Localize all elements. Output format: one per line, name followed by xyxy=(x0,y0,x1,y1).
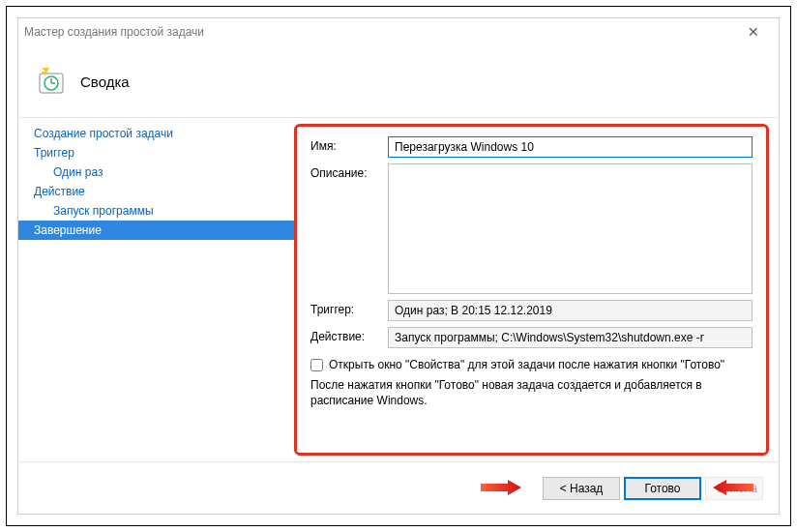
clock-task-icon xyxy=(36,66,67,97)
row-desc: Описание: xyxy=(310,163,753,294)
row-trigger: Триггер: Один раз; В 20:15 12.12.2019 xyxy=(310,300,753,321)
wizard-window: Мастер создания простой задачи ✕ Сводка … xyxy=(17,17,780,515)
content-wrap: Имя: Перезагрузка Windows 10 Описание: Т… xyxy=(294,118,779,461)
row-action: Действие: Запуск программы; C:\Windows\S… xyxy=(310,327,753,348)
finish-button[interactable]: Готово xyxy=(624,477,701,500)
finish-note: После нажатия кнопки "Готово" новая зада… xyxy=(310,377,753,408)
annotation-arrow-right xyxy=(713,478,753,497)
sidebar-item-finish[interactable]: Завершение xyxy=(18,221,294,240)
back-button[interactable]: < Назад xyxy=(543,477,620,500)
trigger-label: Триггер: xyxy=(310,300,380,316)
desc-field[interactable] xyxy=(388,163,753,294)
titlebar: Мастер создания простой задачи ✕ xyxy=(18,18,779,45)
name-label: Имя: xyxy=(310,136,380,153)
wizard-footer: < Назад Готово Отмена xyxy=(18,461,779,514)
row-name: Имя: Перезагрузка Windows 10 xyxy=(310,136,753,158)
wizard-header: Сводка xyxy=(18,45,779,118)
window-title: Мастер создания простой задачи xyxy=(24,25,734,39)
summary-panel: Имя: Перезагрузка Windows 10 Описание: Т… xyxy=(294,124,769,456)
open-props-checkbox[interactable] xyxy=(310,359,323,371)
desc-label: Описание: xyxy=(310,163,380,180)
action-label: Действие: xyxy=(310,327,380,343)
close-button[interactable]: ✕ xyxy=(734,24,773,40)
action-field: Запуск программы; C:\Windows\System32\sh… xyxy=(388,327,753,348)
name-field[interactable]: Перезагрузка Windows 10 xyxy=(388,136,753,158)
svg-marker-5 xyxy=(481,480,521,495)
svg-marker-6 xyxy=(713,480,753,495)
sidebar-item-action[interactable]: Действие xyxy=(18,182,294,201)
wizard-sidebar: Создание простой задачи Триггер Один раз… xyxy=(18,118,294,461)
open-props-label: Открыть окно "Свойства" для этой задачи … xyxy=(329,358,724,371)
page-title: Сводка xyxy=(80,74,130,90)
sidebar-item-runprog[interactable]: Запуск программы xyxy=(18,201,294,221)
open-props-row[interactable]: Открыть окно "Свойства" для этой задачи … xyxy=(310,358,753,371)
sidebar-item-create[interactable]: Создание простой задачи xyxy=(18,124,294,143)
sidebar-item-trigger[interactable]: Триггер xyxy=(18,143,294,163)
wizard-body: Создание простой задачи Триггер Один раз… xyxy=(18,118,779,461)
sidebar-item-once[interactable]: Один раз xyxy=(18,163,294,182)
outer-frame: Мастер создания простой задачи ✕ Сводка … xyxy=(6,6,791,526)
trigger-field: Один раз; В 20:15 12.12.2019 xyxy=(388,300,753,321)
annotation-arrow-left xyxy=(481,478,521,497)
